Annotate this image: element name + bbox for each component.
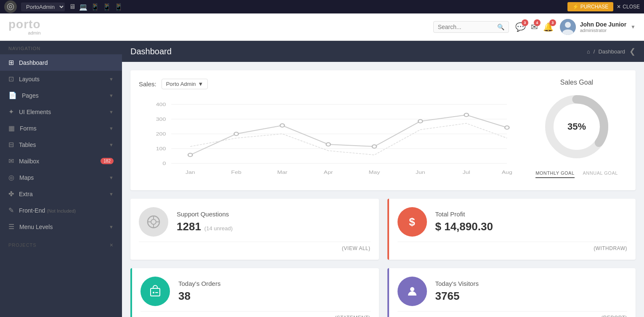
stat-divider [140,311,371,312]
sales-goal-donut-chart: 35% [543,93,610,160]
svg-text:100: 100 [156,146,166,151]
envelope-badge: 4 [534,19,541,26]
logo-subtext: admin [8,30,41,35]
svg-text:400: 400 [156,102,166,107]
chevron-down-icon: ▼ [198,81,204,87]
svg-point-19 [372,145,376,148]
sidebar-item-extra[interactable]: ✤ Extra ▼ [0,186,122,202]
desktop-icon[interactable]: 🖥 [69,3,76,11]
chevron-down-icon: ▼ [109,126,114,131]
orders-statement-link[interactable]: (STATEMENT) [140,315,371,317]
orders-title: Today's Orders [178,280,371,287]
header: porto admin 🔍 💬 3 ✉ 4 🔔 3 [0,13,644,41]
orders-icon [140,277,170,306]
tablet-small-icon[interactable]: 📱 [103,3,111,11]
chevron-down-icon: ▼ [109,93,114,98]
home-icon[interactable]: ⌂ [587,48,590,55]
app-selector[interactable]: PortoAdmin [21,3,65,11]
dashboard-icon: ⊞ [8,59,14,67]
svg-text:Aug: Aug [502,170,512,175]
sidebar-item-label: Layouts [19,76,40,83]
visitors-report-link[interactable]: (REPORT) [398,315,628,317]
svg-text:Jan: Jan [186,170,195,175]
sidebar-item-maps[interactable]: ◎ Maps ▼ [0,169,122,186]
sidebar-collapse-button[interactable]: ❮ [629,47,636,56]
svg-rect-41 [155,292,158,293]
search-box: 🔍 [433,21,509,33]
stat-divider [398,311,628,312]
stat-cards-grid: Support Questions 1281 (14 unread) (VIEW… [130,199,636,317]
sidebar-item-label: Front-End (Not Included) [19,207,76,214]
tablet-icon[interactable]: 📱 [91,3,99,11]
sidebar-item-label: UI Elements [19,109,51,115]
sidebar-item-frontend[interactable]: ✎ Front-End (Not Included) [0,202,122,218]
support-title: Support Questions [177,210,371,218]
search-input[interactable] [438,24,497,30]
profit-icon: $ [398,207,427,237]
header-logo: porto admin [8,19,41,35]
dashboard-top: Sales: Porto Admin ▼ [139,79,627,182]
layout: Navigation ⊞ Dashboard ⊡ Layouts ▼ 📄 Pag… [0,41,644,317]
chevron-down-icon: ▼ [109,192,114,197]
frontend-icon: ✎ [8,206,14,214]
breadcrumb: ⌂ / Dashboard [587,48,625,55]
layouts-icon: ⊡ [8,75,14,83]
tab-annual-goal[interactable]: ANNUAL GOAL [583,169,618,178]
phone-icon[interactable]: 📱 [114,3,123,11]
profit-withdraw-link[interactable]: (WITHDRAW) [398,245,628,251]
logo-text: porto [8,19,41,30]
close-button[interactable]: ✕ CLOSE [617,4,640,10]
sidebar-nav-label: Navigation [0,41,122,54]
envelope-icon-badge[interactable]: ✉ 4 [531,22,538,32]
ui-elements-icon: ✦ [8,108,14,116]
app-logo [4,0,17,13]
goal-tabs: MONTHLY GOAL ANNUAL GOAL [535,169,618,178]
sidebar-item-dashboard[interactable]: ⊞ Dashboard [0,54,122,71]
messages-icon-badge[interactable]: 💬 3 [515,22,526,32]
svg-text:Mar: Mar [277,170,287,175]
svg-text:Jul: Jul [463,170,470,175]
chart-area: Sales: Porto Admin ▼ [139,79,518,182]
support-value: 1281 [177,220,201,233]
svg-rect-39 [151,288,160,296]
sidebar-item-label: Pages [22,92,39,99]
top-bar: PortoAdmin 🖥 💻 📱 📱 📱 ⚡ PURCHASE ✕ CLOSE [0,0,644,13]
svg-text:200: 200 [156,131,166,136]
sidebar-item-menu-levels[interactable]: ☰ Menu Levels ▼ [0,218,122,235]
support-view-all-link[interactable]: (VIEW ALL) [139,245,371,251]
bell-icon-badge[interactable]: 🔔 3 [543,22,554,32]
donut-percent: 35% [567,121,586,132]
svg-text:300: 300 [156,117,166,122]
sidebar-item-layouts[interactable]: ⊡ Layouts ▼ [0,71,122,87]
sidebar-item-tables[interactable]: ⊟ Tables ▼ [0,136,122,153]
bell-badge: 3 [549,19,556,26]
svg-point-34 [151,219,156,224]
svg-point-42 [410,287,414,291]
sidebar-item-mailbox[interactable]: ✉ Mailbox 182 [0,153,122,169]
sidebar: Navigation ⊞ Dashboard ⊡ Layouts ▼ 📄 Pag… [0,41,122,317]
projects-section-label: PROJECTS × [0,235,122,252]
svg-point-16 [234,132,239,136]
top-bar-right: ⚡ PURCHASE ✕ CLOSE [567,2,640,11]
sidebar-item-pages[interactable]: 📄 Pages ▼ [0,87,122,104]
sidebar-item-ui-elements[interactable]: ✦ UI Elements ▼ [0,104,122,120]
user-name: John Doe Junior [580,21,626,28]
user-role: administrator [580,28,626,33]
header-icons: 💬 3 ✉ 4 🔔 3 [515,22,554,32]
sales-label: Sales: [139,80,156,88]
svg-point-40 [153,292,154,293]
tab-monthly-goal[interactable]: MONTHLY GOAL [535,169,574,178]
page-header: Dashboard ⌂ / Dashboard ❮ [122,41,644,62]
purchase-button[interactable]: ⚡ PURCHASE [567,2,614,11]
messages-badge: 3 [522,19,528,26]
sales-dropdown[interactable]: Porto Admin ▼ [162,79,208,89]
profit-title: Total Profit [435,210,628,218]
page-title: Dashboard [130,47,172,56]
laptop-icon[interactable]: 💻 [79,3,87,11]
svg-point-20 [418,120,422,123]
user-info[interactable]: John Doe Junior administrator ▼ [560,19,636,35]
sidebar-item-forms[interactable]: ▦ Forms ▼ [0,120,122,136]
top-bar-left: PortoAdmin 🖥 💻 📱 📱 📱 [4,0,123,13]
sidebar-item-label: Forms [20,125,37,132]
projects-close-button[interactable]: × [110,242,114,248]
